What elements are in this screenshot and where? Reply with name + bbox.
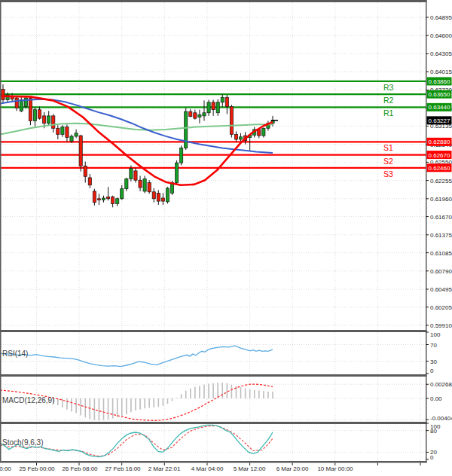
time-tick-label: 0:00: [0, 465, 11, 472]
rsi-indicator-label: RSI(14): [2, 349, 28, 358]
candle-body: [61, 127, 64, 135]
time-tick-label: 10 Mar 00:00: [317, 465, 353, 472]
candle-body: [134, 171, 137, 180]
level-label-R2: R2: [383, 96, 394, 105]
price-tick-label: 0.64015: [430, 69, 452, 75]
rsi-axis-tick-label: 0: [430, 368, 434, 374]
candle-body: [111, 197, 115, 203]
candle-body: [258, 130, 261, 136]
candle-body: [2, 90, 5, 100]
stoch-indicator-label: Stoch(9,6,3): [2, 438, 43, 447]
rsi-axis-tick-label: 70: [430, 342, 437, 349]
panel-separator: [0, 461, 427, 463]
level-label-S2: S2: [383, 157, 393, 166]
candle-body: [157, 193, 160, 201]
candle-body: [97, 199, 100, 200]
panel-separator: [0, 374, 427, 377]
candle-body: [189, 111, 192, 117]
candle-body: [88, 178, 91, 185]
macd-axis-tick-label: 0.00268: [430, 381, 452, 388]
macd-axis-tick-label: -0.004041: [430, 415, 452, 422]
candle-body: [75, 133, 78, 136]
price-tick-label: 0.59910: [430, 322, 452, 329]
panel-separator: [0, 330, 427, 332]
candle-body: [33, 110, 36, 121]
level-label-S3: S3: [383, 169, 393, 178]
price-tick-label: 0.60205: [430, 304, 452, 311]
candle-body: [148, 182, 151, 191]
candle-body: [166, 188, 169, 202]
candle: [166, 187, 169, 203]
candle: [180, 145, 183, 165]
rsi-axis-tick-label: 30: [430, 359, 437, 365]
time-tick-label: 6 Mar 20:00: [276, 465, 309, 472]
price-tick-label: 0.64600: [430, 32, 452, 39]
candle: [230, 105, 233, 137]
candle-body: [121, 189, 124, 199]
level-badge-S3: 0.62460: [427, 163, 452, 172]
candle-body: [29, 98, 32, 121]
candle-body: [212, 102, 215, 110]
price-tick-label: 0.61375: [430, 232, 452, 239]
candle-body: [175, 163, 178, 182]
candle-body: [70, 136, 73, 142]
candle-body: [38, 110, 41, 118]
level-label-R1: R1: [383, 108, 394, 117]
candle-body: [225, 97, 228, 106]
candle-body: [152, 192, 155, 199]
candle-body: [180, 148, 183, 163]
time-tick-label: 27 Feb 16:00: [105, 465, 141, 472]
candle: [175, 160, 178, 184]
candle-body: [102, 198, 105, 200]
candle: [79, 135, 82, 172]
candle-body: [79, 136, 82, 166]
level-badge-R3-text: 0.63860: [429, 78, 450, 85]
price-tick-label: 0.60790: [430, 268, 452, 275]
level-badge-S2-text: 0.62670: [429, 152, 450, 159]
candle-body: [185, 111, 188, 148]
candle-body: [230, 107, 233, 135]
candle-body: [221, 97, 224, 102]
candle-body: [203, 113, 206, 116]
stoch-axis-tick-label: 80: [430, 428, 437, 435]
chart-background: [0, 0, 452, 476]
chart-canvas[interactable]: R3R2R1S1S2S30.648950.646000.643050.64015…: [0, 0, 452, 476]
time-tick-label: 26 Feb 08:00: [62, 465, 98, 472]
panel-separator: [0, 0, 427, 2]
macd-indicator-label: MACD(12,26,9): [2, 396, 54, 404]
level-badge-S3-text: 0.62460: [429, 165, 450, 172]
candle-body: [125, 179, 128, 189]
macd-axis-tick-label: 0.00: [430, 395, 442, 402]
candle-body: [143, 179, 146, 191]
time-tick-label: 4 Mar 04:00: [191, 465, 224, 472]
candle-body: [47, 116, 50, 124]
panel-separator: [0, 422, 427, 424]
candle-body: [198, 114, 201, 117]
candle-body: [106, 197, 109, 198]
left-border: [0, 0, 2, 462]
time-tick-label: 5 Mar 12:00: [234, 465, 266, 472]
time-tick-label: 2 Mar 22:01: [148, 465, 181, 472]
candle-body: [139, 180, 142, 188]
plot-right-border: [426, 0, 427, 463]
candle-body: [52, 116, 55, 128]
level-badge-S1: 0.62880: [427, 138, 452, 146]
candle-body: [239, 137, 242, 139]
time-tick-label: 25 Feb 00:00: [19, 465, 55, 472]
mt4-forex-chart-window: R3R2R1S1S2S30.648950.646000.643050.64015…: [0, 0, 452, 476]
level-badge-R1: 0.63440: [427, 103, 452, 111]
level-badge-R3: 0.63860: [427, 77, 452, 85]
candle: [20, 97, 23, 112]
level-label-S1: S1: [383, 143, 393, 152]
level-label-R3: R3: [383, 83, 394, 92]
price-tick-label: 0.64895: [430, 14, 452, 21]
candle-body: [43, 116, 46, 124]
candle-body: [56, 128, 60, 134]
candle-body: [234, 134, 237, 139]
candle-body: [116, 199, 119, 204]
candle-body: [130, 169, 133, 179]
rsi-axis-tick-label: 100: [430, 331, 441, 338]
candle-body: [194, 113, 197, 118]
price-tick-label: 0.61670: [430, 214, 452, 221]
level-badge-S2: 0.62670: [427, 151, 452, 159]
